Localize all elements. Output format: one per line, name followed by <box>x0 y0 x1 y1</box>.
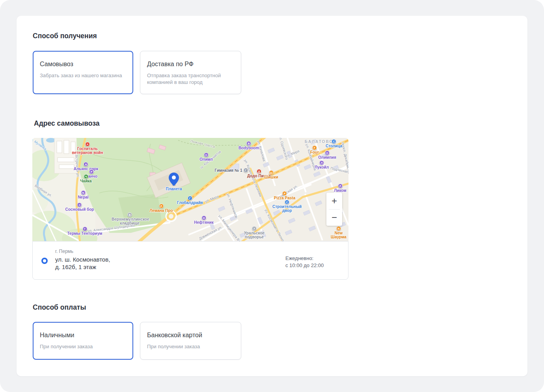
checkout-page: Способ получения Самовывоз Забрать заказ… <box>0 0 544 392</box>
map-poi-label: УУральское подворье <box>240 226 268 239</box>
delivery-option-pickup[interactable]: Самовывоз Забрать заказ из нашего магази… <box>33 51 133 94</box>
poi-name: Bodyboom <box>238 146 259 150</box>
poi-icon: Л <box>319 160 324 165</box>
map-poi-label: ССосновый бор <box>65 203 94 212</box>
payment-option-subtitle: При получении заказа <box>147 343 234 350</box>
map-poi-label: ААльянс парк <box>74 162 99 171</box>
map-poi-label: PPizza Pasta <box>274 191 295 200</box>
pickup-address-card[interactable]: г. Пермь ул. ш. Космонавтов, д. 162б, 1 … <box>32 241 348 280</box>
checkout-card: Способ получения Самовывоз Забрать заказ… <box>17 16 527 376</box>
map-street-label: р. Мулянка <box>32 138 47 151</box>
map-poi-label: +Госпиталь ветеранов войн <box>71 142 104 155</box>
map-poi-label: BBodyboom <box>238 141 259 150</box>
poi-icon: С <box>77 203 82 207</box>
delivery-option-shipping[interactable]: Доставка по РФ Отправка заказа транспорт… <box>140 51 241 94</box>
address-line2: д. 162б, 1 этаж <box>55 263 110 271</box>
map-poi-label: ДДодо Пицца <box>247 169 271 178</box>
map-street-label: ул. Мира <box>204 194 219 203</box>
poi-name: Шишки <box>264 175 278 179</box>
map-poi-label: ССтолица <box>326 139 342 148</box>
map-poi-label: NNew Шаурма <box>331 226 347 239</box>
poi-icon: Л <box>338 184 343 188</box>
zoom-out-button[interactable]: − <box>326 210 342 226</box>
poi-icon: С <box>285 200 289 204</box>
address-text: г. Пермь ул. ш. Космонавтов, д. 162б, 1 … <box>55 249 110 271</box>
zoom-in-button[interactable]: + <box>326 193 342 209</box>
poi-name: Альянс парк <box>74 167 99 171</box>
payment-options: Наличными При получении заказа Банковско… <box>33 322 241 360</box>
poi-icon: О <box>325 150 330 155</box>
map-street-label: ул. Мира <box>285 149 300 158</box>
map-street-label: ул. Милиционера Власова <box>218 214 248 241</box>
map-street-label: ул. Нефтяников <box>226 193 238 219</box>
poi-icon: О <box>204 152 209 157</box>
map-street-label: ул. Александра Шубодёрова <box>88 223 135 233</box>
poi-name: Лукойл <box>315 165 329 169</box>
address-radio[interactable] <box>41 258 48 264</box>
poi-icon: F <box>312 145 317 150</box>
poi-icon: Д <box>257 169 261 174</box>
delivery-option-subtitle: Отправка заказа транспортной компанией в… <box>147 72 227 85</box>
address-city: г. Пермь <box>55 249 110 254</box>
poi-icon: Г <box>243 168 248 173</box>
pickup-address-heading: Адрес самовывоза <box>34 119 100 128</box>
poi-name: New Шаурма <box>331 231 347 239</box>
poi-icon: Р <box>89 169 94 174</box>
poi-name: Олимпия <box>318 156 336 160</box>
schedule-label: Ежедневно: <box>285 255 324 262</box>
delivery-option-subtitle: Забрать заказ из нашего магазина <box>40 72 126 79</box>
address-line1: ул. ш. Космонавтов, <box>55 256 110 263</box>
map-street-label: Ул. Космонавта Леонова <box>263 208 287 241</box>
poi-name: Олимп <box>199 158 213 162</box>
map-poi-label: NNepal <box>78 190 88 199</box>
map-labels-layer: +Госпиталь ветеранов войнААльянс паркРРа… <box>32 138 348 241</box>
map-street-label: ул. Качалова <box>257 140 266 162</box>
map-poi-label: ННефтяник <box>194 216 213 225</box>
map-poi-label: ШШишки <box>264 170 278 179</box>
map-poi-label: ООлимпия <box>318 150 336 160</box>
payment-option-subtitle: При получении заказа <box>40 343 126 350</box>
poi-name: Чайка <box>80 179 91 183</box>
delivery-heading: Способ получения <box>33 32 97 40</box>
poi-name: Термы Тенториум <box>67 232 102 236</box>
poi-name: Госпиталь ветеранов войн <box>71 147 104 155</box>
map-street-label: просп. Декабристов <box>341 142 348 175</box>
map-street-label: ул. Подлесная <box>324 165 348 174</box>
poi-name: Верхнемуллинское кладбище <box>112 217 148 225</box>
payment-option-card[interactable]: Банковской картой При получении заказа <box>140 322 241 360</box>
poi-name: Строительный двор <box>272 205 302 213</box>
map-street-label: ул. Космонавта Леонова <box>243 159 263 197</box>
map-poi-label: ЛЛиком <box>334 184 346 193</box>
map-street-label: Лыжная трасса <box>190 139 215 149</box>
map-poi-label: ГГлобалдрайв <box>177 196 203 205</box>
payment-heading: Способ оплаты <box>33 303 86 312</box>
poi-icon: Н <box>201 216 206 220</box>
poi-icon: Л <box>159 204 164 208</box>
address-schedule: Ежедневно: с 10:00 до 22:00 <box>285 255 324 269</box>
pickup-map[interactable]: +Госпиталь ветеранов войнААльянс паркРРа… <box>32 138 348 241</box>
payment-option-cash[interactable]: Наличными При получении заказа <box>33 322 133 360</box>
poi-icon: С <box>332 139 336 144</box>
delivery-options: Самовывоз Забрать заказ из нашего магази… <box>33 51 241 94</box>
poi-icon: В <box>127 212 132 217</box>
poi-icon: N <box>336 226 341 231</box>
poi-name: Сосновый бор <box>65 208 94 212</box>
poi-icon: А <box>84 162 88 167</box>
payment-option-title: Наличными <box>40 331 126 339</box>
map-poi-label: FFour <box>310 145 319 154</box>
poi-name: Гимназия № 1 <box>215 169 242 173</box>
payment-option-title: Банковской картой <box>147 331 234 339</box>
poi-name: Nepal <box>78 195 88 199</box>
poi-name: Лемана Про <box>149 209 173 213</box>
map-poi-label: Гимназия № 1Г <box>215 168 248 173</box>
map-poi-label: ТТермы Тенториум <box>67 227 102 236</box>
poi-name: Pizza Pasta <box>274 196 295 200</box>
map-street-label: Рязанская ул. <box>277 184 298 200</box>
poi-icon: Т <box>82 227 87 231</box>
delivery-option-title: Доставка по РФ <box>147 60 234 68</box>
poi-name: Four <box>310 150 319 154</box>
poi-icon: Г <box>188 196 192 201</box>
poi-icon: Ч <box>84 174 88 179</box>
map-poi-label: ССтроительный двор <box>272 200 302 213</box>
poi-name: Глобалдрайв <box>177 201 203 205</box>
